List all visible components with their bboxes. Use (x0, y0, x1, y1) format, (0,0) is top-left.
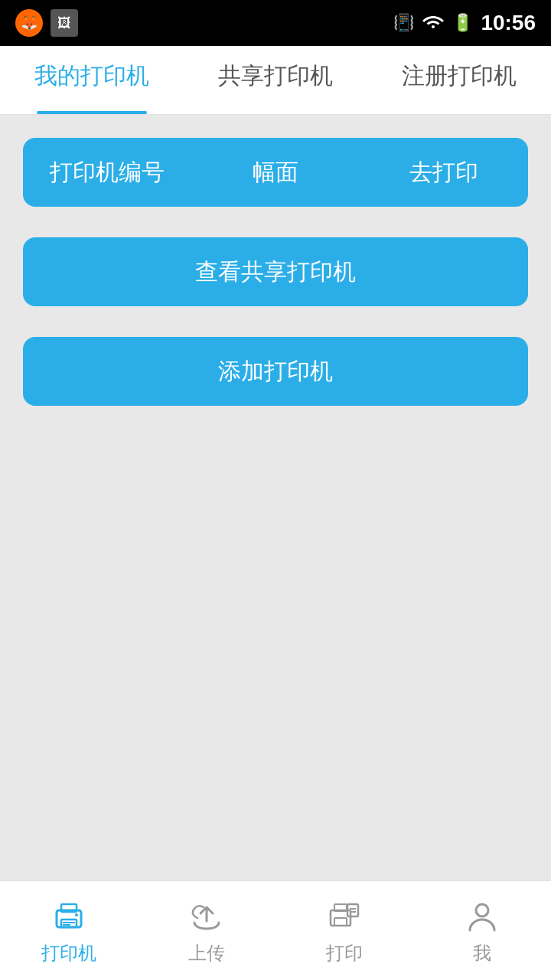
print-nav-icon (324, 897, 364, 936)
add-printer-button[interactable]: 添加打印机 (23, 337, 528, 406)
status-bar-right: 📳 🔋 10:56 (393, 11, 536, 35)
svg-point-5 (75, 913, 78, 916)
table-col-print: 去打印 (360, 157, 528, 188)
nav-item-printer[interactable]: 打印机 (0, 897, 138, 965)
tab-my-printer[interactable]: 我的打印机 (0, 46, 184, 114)
status-time: 10:56 (481, 11, 536, 35)
nav-label-me: 我 (473, 941, 491, 965)
nav-item-me[interactable]: 我 (413, 897, 551, 965)
tab-register-printer-label: 注册打印机 (402, 60, 517, 92)
nav-label-printer: 打印机 (41, 941, 96, 965)
status-bar-left: 🦊 🖼 (15, 9, 78, 37)
tab-shared-printer-label: 共享打印机 (218, 60, 333, 92)
svg-point-12 (476, 904, 488, 916)
status-bar: 🦊 🖼 📳 🔋 10:56 (0, 0, 551, 46)
nav-item-print[interactable]: 打印 (276, 897, 413, 965)
battery-icon: 🔋 (452, 13, 473, 33)
printer-nav-icon (49, 897, 89, 936)
svg-rect-7 (334, 918, 347, 926)
nav-label-print: 打印 (326, 941, 363, 965)
tab-shared-printer[interactable]: 共享打印机 (184, 46, 367, 114)
notification-icon: 🦊 (15, 9, 43, 37)
view-shared-button[interactable]: 查看共享打印机 (23, 237, 528, 306)
upload-nav-icon (187, 897, 227, 936)
nav-label-upload: 上传 (188, 941, 225, 965)
table-col-size: 幅面 (191, 157, 360, 188)
me-nav-icon (462, 897, 502, 936)
main-content: 打印机编号 幅面 去打印 查看共享打印机 添加打印机 (0, 115, 551, 880)
nav-item-upload[interactable]: 上传 (138, 897, 276, 965)
vibrate-icon: 📳 (393, 13, 414, 33)
top-tab-bar: 我的打印机 共享打印机 注册打印机 (0, 46, 551, 115)
gallery-icon: 🖼 (51, 9, 78, 37)
bottom-nav: 打印机 上传 打印 我 (0, 880, 551, 980)
wifi-icon (422, 11, 445, 34)
printer-table-header: 打印机编号 幅面 去打印 (23, 138, 528, 207)
table-col-id: 打印机编号 (23, 157, 191, 188)
tab-register-printer[interactable]: 注册打印机 (367, 46, 551, 114)
tab-my-printer-label: 我的打印机 (34, 60, 149, 92)
